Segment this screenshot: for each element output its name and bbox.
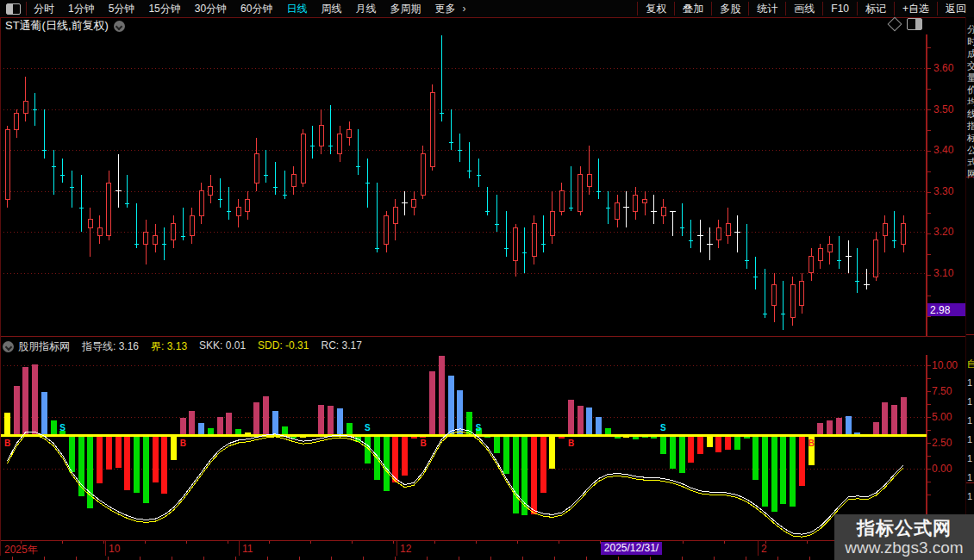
period-item-15分钟[interactable]: 15分钟 <box>141 2 187 16</box>
bottom-edge-ticks <box>0 557 974 560</box>
chevron-down-icon[interactable] <box>114 21 125 32</box>
action-item-统计[interactable]: 统计 <box>748 2 785 16</box>
candlestick-chart[interactable]: 3.603.503.403.303.203.102.98 <box>0 34 974 336</box>
edge-glyph: 式 <box>967 157 974 167</box>
indicator-bar <box>799 435 805 486</box>
diamond-icon[interactable] <box>888 17 902 32</box>
indicator-bar <box>124 435 130 490</box>
period-item-周线[interactable]: 周线 <box>314 2 348 16</box>
layout-toggle-icon[interactable] <box>6 3 21 15</box>
period-item-5分钟[interactable]: 5分钟 <box>102 2 142 16</box>
indicator-bar <box>41 392 47 435</box>
candle-body-down <box>458 150 462 151</box>
edge-tick <box>76 557 77 560</box>
more-arrow-icon: › <box>462 3 471 15</box>
edge-tick <box>554 557 555 560</box>
candle <box>532 215 536 264</box>
edge-glyph: 量 <box>967 72 974 83</box>
time-axis-label: 11 <box>242 543 253 555</box>
candle-body-down <box>753 277 758 277</box>
indicator-bar <box>365 435 371 464</box>
candle-body-down <box>218 199 222 200</box>
period-item-30分钟[interactable]: 30分钟 <box>188 2 234 16</box>
action-item-叠加[interactable]: 叠加 <box>674 2 711 16</box>
edge-tick <box>714 557 715 560</box>
action-item-+自选[interactable]: +自选 <box>894 2 937 16</box>
indicator-bar <box>762 435 768 507</box>
indicator-axis-label: 0.00 <box>932 463 952 475</box>
time-axis[interactable]: 2025年10111222025/12/31/三 <box>0 540 974 557</box>
panel-toggle-icon[interactable] <box>907 18 922 30</box>
indicator-axis-label: 10.00 <box>932 359 958 371</box>
candle-body-down <box>181 236 185 237</box>
period-item-60分钟[interactable]: 60分钟 <box>234 2 279 16</box>
candle <box>347 121 352 146</box>
candle-body-up <box>347 129 352 138</box>
candle-body-up <box>661 208 665 216</box>
chart-title[interactable]: ST通葡(日线,前复权) <box>5 18 109 34</box>
candle-body-up <box>153 236 158 245</box>
candle-body-down <box>283 195 287 196</box>
time-axis-tick <box>228 541 228 544</box>
candle <box>623 191 629 228</box>
edge-tick <box>299 557 300 560</box>
indicator-bar <box>531 435 537 514</box>
indicator-value: SKK: 0.01 <box>199 339 246 354</box>
candle <box>837 236 841 269</box>
time-axis-tick <box>352 541 353 544</box>
panel-separator <box>0 336 974 337</box>
candle-body-up <box>172 224 176 240</box>
edge-tick <box>395 557 396 560</box>
indicator-bar <box>253 402 259 435</box>
indicator-axis-label: 2.50 <box>932 437 952 449</box>
indicator-bar <box>901 397 907 435</box>
period-item-分时[interactable]: 分时 <box>27 2 61 16</box>
candle-body-down <box>892 240 896 241</box>
period-item-多周期[interactable]: 多周期 <box>383 2 428 16</box>
candle-body-up <box>144 232 148 244</box>
edge-tick <box>267 557 268 560</box>
candle <box>800 273 804 314</box>
candle-body-up <box>634 195 638 211</box>
action-item-多股[interactable]: 多股 <box>711 2 748 16</box>
candle-body-up <box>107 183 111 236</box>
candle-body-down <box>356 166 360 167</box>
edge-glyph: 价 <box>967 84 974 95</box>
candle-body-up <box>23 101 28 113</box>
action-item-标记[interactable]: 标记 <box>857 2 894 16</box>
candle <box>421 146 425 199</box>
period-item-1分钟[interactable]: 1分钟 <box>61 2 102 16</box>
indicator-bar <box>153 435 159 482</box>
edge-glyph: 交 <box>967 60 974 71</box>
candle <box>559 183 564 215</box>
indicator-bar <box>836 418 842 435</box>
indicator-bar <box>578 406 584 435</box>
candle <box>874 232 878 281</box>
candle-body-up <box>902 224 906 245</box>
candle <box>477 159 481 187</box>
indicator-chart[interactable]: 10.007.505.002.500.00SSSSBBBBB <box>0 355 974 540</box>
candle-body-down <box>310 146 315 146</box>
action-item-复权[interactable]: 复权 <box>637 2 674 16</box>
candle-body-up <box>291 175 296 187</box>
indicator-bar <box>448 376 454 435</box>
indicator-bar <box>688 435 694 463</box>
candle-body-up <box>827 244 832 252</box>
candle-body-up <box>236 208 240 216</box>
candle-body-down <box>375 248 379 249</box>
more-menu-item[interactable]: 更多 <box>428 2 462 16</box>
time-axis-tick <box>724 541 725 544</box>
candle <box>458 134 462 162</box>
indicator-bar <box>439 356 445 435</box>
action-item-返回[interactable]: 返回 <box>937 2 974 16</box>
candle-body-up <box>818 248 822 260</box>
chevron-down-icon[interactable] <box>3 341 14 352</box>
action-item-F10[interactable]: F10 <box>822 2 857 16</box>
period-item-日线[interactable]: 日线 <box>279 2 314 16</box>
candle-body-up <box>384 215 389 244</box>
period-item-月线[interactable]: 月线 <box>348 2 383 16</box>
indicator-bar <box>752 435 759 480</box>
action-item-画线[interactable]: 画线 <box>785 2 822 16</box>
candle <box>634 187 638 220</box>
indicator-axis-label: 7.50 <box>932 385 952 397</box>
